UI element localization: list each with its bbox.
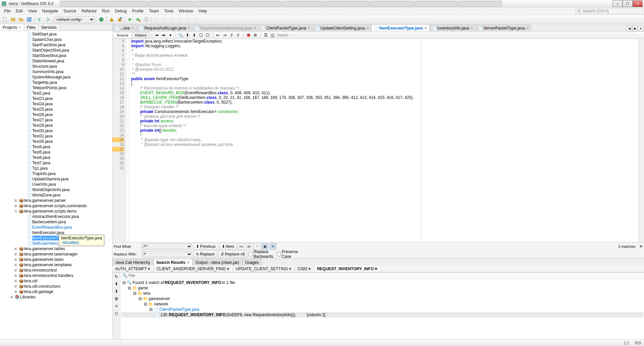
tree-file[interactable]: 📄TeleportPoints.java: [0, 85, 112, 91]
undo-button[interactable]: [36, 16, 43, 23]
tree-file[interactable]: 📄SkillStart.java: [0, 32, 112, 37]
find-button[interactable]: 🔍: [178, 32, 184, 38]
editor-tab[interactable]: 📄ServerPacketType.java✕: [476, 24, 531, 31]
close-icon[interactable]: ✕: [288, 267, 292, 271]
replace-backwards-checkbox[interactable]: Replace Backwards: [249, 249, 275, 259]
preserve-case-checkbox[interactable]: Preserve Case: [277, 249, 304, 259]
stop-macro-button[interactable]: [246, 32, 252, 38]
tree-file[interactable]: 📄TrapInfo.java: [0, 171, 112, 176]
redo-button[interactable]: [44, 16, 51, 23]
close-icon[interactable]: ✕: [424, 26, 427, 30]
close-find-button[interactable]: ✕: [639, 244, 643, 249]
editor-tab[interactable]: 📄InventoryInfo.java✕: [430, 24, 476, 31]
tab-files[interactable]: Files: [24, 24, 38, 31]
tree-file[interactable]: 📄BarbecueItem.java: [0, 219, 112, 225]
tree-package[interactable]: ⊞📦tera.util: [0, 278, 112, 284]
flat-view-button[interactable]: ≡: [113, 303, 120, 309]
menu-window[interactable]: Window: [176, 8, 196, 14]
replace-button[interactable]: ↻Replace: [194, 251, 217, 257]
build-button[interactable]: [108, 16, 115, 23]
breadcrumb-icon[interactable]: ☰: [263, 32, 269, 38]
tree-package[interactable]: ⊞📦tera.gameserver.parser: [0, 198, 112, 203]
close-icon[interactable]: ✕: [366, 26, 369, 30]
tree-file[interactable]: 📄WorldZone.java: [0, 192, 112, 198]
profile-button[interactable]: [143, 16, 150, 23]
editor-tab[interactable]: 📄...ave✕: [112, 24, 136, 31]
search-subtab[interactable]: UPDATE_CLIENT_SETTING✕: [233, 266, 295, 272]
editor-tab[interactable]: 📄ClientPacketType.java✕: [259, 24, 313, 31]
menu-help[interactable]: Help: [196, 8, 210, 14]
vertical-scrollbar[interactable]: [639, 39, 644, 242]
close-icon[interactable]: ✕: [131, 26, 134, 30]
shift-left-button[interactable]: ⇤: [215, 32, 221, 38]
highlight-button[interactable]: ☐: [205, 32, 211, 38]
tree-file[interactable]: 📄Test6.java: [0, 155, 112, 160]
toggle-bookmark-button[interactable]: ☐: [198, 32, 204, 38]
menu-navigate[interactable]: Navigate: [40, 8, 61, 14]
tree-package[interactable]: ⊞📦tera.gameserver.taskmanager: [0, 251, 112, 257]
close-icon[interactable]: ✕: [226, 267, 230, 271]
menu-source[interactable]: Source: [61, 8, 79, 14]
search-subtab[interactable]: CLIENT_ANSERVER_SERVER_PING✕: [154, 266, 233, 272]
match-case-toggle[interactable]: Aa: [237, 243, 244, 250]
history-tab[interactable]: History: [132, 32, 150, 38]
save-all-button[interactable]: [25, 16, 33, 23]
quick-search-input[interactable]: Search (Ctrl+I): [576, 8, 643, 14]
dropdown-icon[interactable]: ▾: [167, 32, 173, 38]
highlight-toggle[interactable]: ▦: [262, 243, 268, 250]
close-icon[interactable]: ✕: [147, 267, 151, 271]
run-button[interactable]: [126, 16, 134, 23]
bottom-tab[interactable]: Search Results✕: [153, 259, 193, 266]
tree-file[interactable]: 📄Test23.java: [0, 96, 112, 101]
tree-package[interactable]: ⊞📦tera.gameserver.tasks: [0, 257, 112, 262]
tab-projects[interactable]: Projects✕: [0, 24, 24, 31]
new-file-button[interactable]: [1, 16, 9, 23]
editor-tab[interactable]: 📄RequestAuthLogin.java✕: [137, 24, 192, 31]
tree-file[interactable]: 📄Test31.java: [0, 133, 112, 139]
tree-file[interactable]: 📄Test24.java: [0, 101, 112, 107]
menu-edit[interactable]: Edit: [13, 8, 25, 14]
prev-bookmark-button[interactable]: ⬆: [184, 32, 191, 38]
tab-services[interactable]: Services: [39, 24, 60, 31]
menu-refactor[interactable]: Refactor: [79, 8, 99, 14]
close-icon[interactable]: ✕: [187, 261, 190, 264]
record-macro-button[interactable]: [252, 32, 258, 38]
regex-toggle[interactable]: .*: [254, 243, 260, 250]
editor-tab[interactable]: 📄PlayerInstanceMatching.java✕: [193, 24, 258, 31]
tree-file[interactable]: 📄SystemMessage.java: [0, 74, 112, 80]
uncomment-button[interactable]: //: [235, 32, 241, 38]
shift-right-button[interactable]: ⇥: [222, 32, 228, 38]
close-icon[interactable]: ✕: [526, 26, 529, 30]
nav-back-button[interactable]: ⬅: [154, 32, 160, 38]
find-previous-button[interactable]: ⬆Previous: [194, 243, 218, 250]
tree-file[interactable]: 📄UpdateStamina.java: [0, 176, 112, 182]
step-out-button[interactable]: [169, 16, 176, 23]
minimize-button[interactable]: ─: [612, 0, 623, 7]
tree-package[interactable]: ⊞📦tera.remotecontrol.handlers: [0, 273, 112, 278]
tree-file[interactable]: 📄StartObjectShot.java: [0, 48, 112, 53]
tree-file[interactable]: 📄Test25.java: [0, 107, 112, 112]
tree-file[interactable]: 📄Structure.java: [0, 64, 112, 69]
clean-build-button[interactable]: [116, 16, 123, 23]
tree-file[interactable]: 📄Test26.java: [0, 112, 112, 117]
tree-package[interactable]: ⊞📦tera.util.garbage: [0, 289, 112, 294]
close-icon[interactable]: ✕: [187, 26, 190, 30]
tree-file[interactable]: 📄Test27.java: [0, 117, 112, 123]
tree-file[interactable]: 📄Test7.java: [0, 160, 112, 166]
menu-tools[interactable]: Tools: [161, 8, 176, 14]
nav-fwd-button[interactable]: ➡: [161, 32, 167, 38]
stop-search-button[interactable]: ◻: [113, 310, 120, 317]
continue-button[interactable]: [177, 16, 184, 23]
tree-file[interactable]: 📄StartFastShot.java: [0, 42, 112, 48]
search-subtab[interactable]: AUTH_ATTEMPT✕: [112, 266, 154, 272]
menu-debug[interactable]: Debug: [112, 8, 129, 14]
expand-results-button[interactable]: ⊞: [113, 295, 120, 302]
stop-button[interactable]: [193, 16, 201, 23]
tree-package[interactable]: ⊟📦tera.gameserver.scripts.items: [0, 209, 112, 214]
tree-file[interactable]: 📄StateAllowed.java: [0, 58, 112, 64]
tree-package[interactable]: ⊞📦tera.gameserver.scripts.commands: [0, 203, 112, 209]
close-icon[interactable]: ✕: [18, 25, 21, 29]
close-icon[interactable]: ✕: [308, 267, 311, 271]
menu-file[interactable]: File: [1, 8, 13, 14]
project-tree[interactable]: 📄SkillStart.java📄SpawnChar.java📄StartFas…: [0, 31, 112, 339]
